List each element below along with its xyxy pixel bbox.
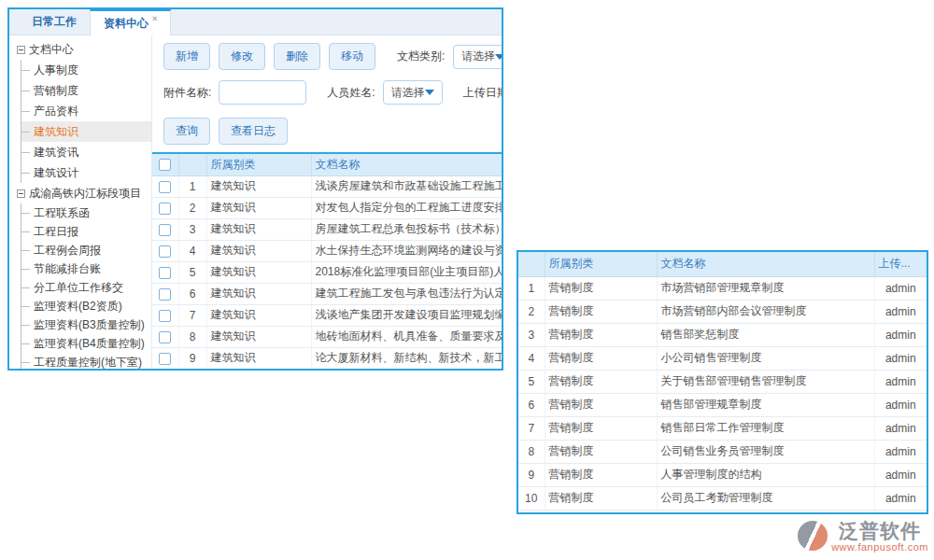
row-checkbox[interactable] [159, 203, 171, 215]
table-row[interactable]: 5营销制度关于销售部管理销售管理制度admin [518, 370, 927, 393]
tree-item[interactable]: 节能减排台账 [21, 259, 151, 278]
upload-date-label-clipped: 上传日期: [463, 85, 502, 101]
attachment-name-label: 附件名称: [163, 85, 211, 101]
tree-root-project[interactable]: 成渝高铁内江标段项目 [17, 183, 151, 203]
move-button[interactable]: 移动 [329, 43, 375, 70]
query-button[interactable]: 查询 [163, 118, 210, 145]
document-tree-sidebar: 文档中心 人事制度 营销制度 产品资料 建筑知识 建筑资讯 建筑设计 成渝高铁内… [9, 35, 152, 369]
tree-item-hr-policy[interactable]: 人事制度 [21, 60, 151, 80]
tree-item[interactable]: 工程日报 [21, 222, 151, 241]
doc-category-select[interactable]: 请选择 [453, 45, 502, 69]
tree-item[interactable]: 分工单位工作移交 [21, 278, 151, 297]
document-center-window: 日常工作 资料中心 × 文档中心 人事制度 营销制度 产品资料 建筑知识 建筑资… [7, 7, 503, 371]
table-row[interactable]: 6营销制度销售部管理规章制度admin [518, 393, 927, 416]
person-name-label: 人员姓名: [327, 85, 375, 101]
table-row[interactable]: 8营销制度公司销售业务员管理制度admin [518, 440, 927, 463]
tree-item-building-news[interactable]: 建筑资讯 [21, 142, 151, 162]
table-row[interactable]: 5建筑知识2018标准化监理项目部(业主项目部)人员... [152, 261, 502, 283]
view-log-button[interactable]: 查看日志 [219, 118, 288, 145]
col-docname-header: 文档名称 [657, 252, 874, 276]
table-row[interactable]: 3建筑知识房屋建筑工程总承包投标书（技术标）... [152, 218, 502, 240]
tree-item[interactable]: 工程联系函 [21, 203, 151, 222]
tree-root-label: 成渝高铁内江标段项目 [29, 186, 141, 202]
table-row[interactable]: 9建筑知识论大厦新材料、新结构、新技术，新工... [152, 347, 502, 369]
table-row[interactable]: 4建筑知识水土保持生态环境监测网络的建设与资... [152, 240, 502, 261]
row-checkbox[interactable] [159, 331, 171, 343]
table-row[interactable]: 10营销制度公司员工考勤管理制度admin [518, 486, 927, 510]
tree-item-product-data[interactable]: 产品资料 [21, 101, 151, 121]
row-checkbox[interactable] [159, 353, 171, 365]
tree-item-building-knowledge-selected[interactable]: 建筑知识 [21, 121, 151, 142]
tree-root-document-center[interactable]: 文档中心 [17, 39, 151, 60]
row-checkbox[interactable] [159, 310, 171, 322]
table-header-row: 所属别类 文档名称 [152, 153, 502, 175]
person-name-value: 请选择 [391, 85, 425, 101]
edit-button[interactable]: 修改 [219, 43, 265, 70]
tab-data-center[interactable]: 资料中心 × [90, 9, 171, 35]
tree-item[interactable]: 监理资料(B2资质) [21, 297, 151, 315]
tree-root-label: 文档中心 [29, 42, 74, 58]
fanpu-logo-text: 泛普软件 [839, 520, 921, 541]
table-row[interactable]: 1营销制度市场营销部管理规章制度admin [518, 276, 927, 300]
col-category-header: 所属别类 [206, 153, 311, 175]
chevron-down-icon [425, 90, 434, 95]
select-all-checkbox[interactable] [159, 159, 171, 171]
fanpu-logo-url: www.fanpusoft.com [831, 541, 928, 553]
table-row[interactable]: 4营销制度小公司销售管理制度admin [518, 346, 927, 370]
tree-item[interactable]: 监理资料(B3质量控制) [21, 315, 151, 334]
collapse-minus-icon[interactable] [17, 189, 25, 198]
tree-item[interactable]: 工程例会周报 [21, 241, 151, 259]
chevron-down-icon [495, 54, 502, 60]
row-checkbox[interactable] [159, 245, 171, 258]
col-docname-header: 文档名称 [311, 153, 502, 175]
tree-item-marketing-policy[interactable]: 营销制度 [21, 80, 151, 101]
person-name-select[interactable]: 请选择 [383, 80, 443, 105]
tree-item-building-design[interactable]: 建筑设计 [21, 162, 151, 183]
table-row[interactable]: 9营销制度人事管理制度的结构admin [518, 463, 927, 486]
attachment-name-input[interactable] [219, 80, 306, 105]
row-checkbox[interactable] [159, 267, 171, 279]
fanpu-logo: 泛普软件 www.fanpusoft.com [798, 520, 928, 553]
table-row[interactable]: 2营销制度市场营销部内部会议管理制度admin [518, 300, 927, 323]
marketing-documents-window: 所属别类 文档名称 上传... 1营销制度市场营销部管理规章制度admin 2营… [517, 250, 928, 514]
delete-button[interactable]: 删除 [274, 43, 320, 70]
table-row[interactable]: 8建筑知识地砖地面材料、机具准备、质量要求及... [152, 326, 502, 347]
row-checkbox[interactable] [159, 288, 171, 301]
doc-category-label: 文档类别: [397, 49, 445, 64]
collapse-minus-icon[interactable] [17, 46, 25, 54]
row-checkbox[interactable] [159, 181, 171, 193]
tab-data-center-label: 资料中心 [104, 16, 149, 32]
col-uploader-header: 上传... [874, 252, 927, 276]
table-row[interactable]: 1建筑知识浅谈房屋建筑和市政基础设施工程施工... [152, 175, 502, 197]
doc-category-value: 请选择 [461, 49, 495, 64]
tree-item[interactable]: 监理资料(B4质量控制) [21, 334, 151, 353]
documents-table: 所属别类 文档名称 1建筑知识浅谈房屋建筑和市政基础设施工程施工... 2建筑知… [152, 152, 502, 369]
row-checkbox[interactable] [159, 224, 171, 236]
tab-close-icon[interactable]: × [152, 14, 157, 23]
marketing-documents-table: 所属别类 文档名称 上传... 1营销制度市场营销部管理规章制度admin 2营… [518, 252, 927, 511]
col-category-header: 所属别类 [545, 252, 657, 276]
tab-daily-work[interactable]: 日常工作 [19, 9, 90, 35]
table-row[interactable]: 2建筑知识对发包人指定分包的工程施工进度安排... [152, 197, 502, 218]
table-row[interactable]: 7营销制度销售部日常工作管理制度admin [518, 416, 927, 440]
table-row[interactable]: 6建筑知识建筑工程施工发包与承包违法行为认定... [152, 283, 502, 304]
table-row[interactable]: 3营销制度销售部奖惩制度admin [518, 323, 927, 346]
fanpu-logo-icon [798, 521, 828, 551]
table-header-row: 所属别类 文档名称 上传... [518, 252, 927, 276]
tree-item[interactable]: 工程质量控制(地下室) [21, 353, 151, 369]
table-row[interactable]: 7建筑知识浅谈地产集团开发建设项目监理规划编... [152, 304, 502, 326]
tab-bar: 日常工作 资料中心 × [9, 9, 502, 35]
add-button[interactable]: 新增 [163, 43, 210, 70]
